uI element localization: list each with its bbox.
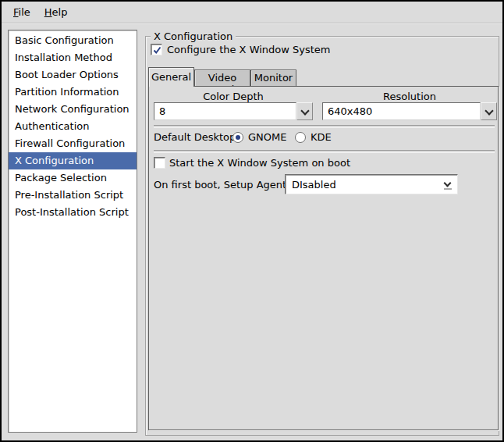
chevron-down-icon	[444, 180, 452, 187]
menu-help[interactable]: Help	[37, 4, 75, 20]
separator	[154, 125, 495, 128]
sidebar-item-x-configuration[interactable]: X Configuration	[9, 152, 137, 169]
sidebar-item-package-selection[interactable]: Package Selection	[9, 169, 137, 187]
sidebar-item-firewall-configuration[interactable]: Firewall Configuration	[9, 135, 137, 152]
kde-radio[interactable]	[295, 132, 306, 143]
tab-general[interactable]: General	[148, 67, 194, 87]
resolution-combo[interactable]: 640x480	[322, 102, 497, 120]
sidebar-item-authentication[interactable]: Authentication	[9, 118, 137, 135]
menu-file[interactable]: File	[6, 4, 37, 20]
sidebar-item-post-installation-script[interactable]: Post-Installation Script	[9, 204, 137, 221]
radio-selected-dot	[236, 135, 240, 140]
resolution-value[interactable]: 640x480	[322, 102, 481, 120]
menu-help-label: Help	[44, 6, 68, 18]
menu-bar: File Help	[2, 2, 502, 23]
general-tab-page: Color Depth Resolution 8 640x480 Default…	[148, 86, 499, 430]
kickstart-configurator-window: File Help Basic Configuration Installati…	[0, 0, 504, 442]
sidebar-item-network-configuration[interactable]: Network Configuration	[9, 101, 137, 118]
setup-agent-combo[interactable]: DIsabled	[285, 174, 458, 194]
gnome-radio-label: GNOME	[248, 131, 286, 144]
kde-radio-label: KDE	[311, 131, 332, 144]
separator	[154, 150, 495, 153]
configure-x-checkbox[interactable]	[151, 44, 162, 55]
chevron-down-icon	[300, 106, 309, 115]
color-depth-value[interactable]: 8	[154, 102, 296, 120]
resolution-label: Resolution	[322, 91, 497, 103]
chevron-down-icon	[484, 106, 493, 115]
sidebar-item-partition-information[interactable]: Partition Information	[9, 84, 137, 101]
color-depth-label: Color Depth	[154, 91, 313, 103]
default-desktop-label: Default Desktop:	[154, 131, 240, 144]
tab-video-card[interactable]: Video Card	[194, 70, 250, 86]
color-depth-dropdown-button[interactable]	[296, 102, 313, 120]
tab-general-label: General	[151, 71, 191, 83]
sidebar-item-installation-method[interactable]: Installation Method	[9, 49, 137, 66]
color-depth-combo[interactable]: 8	[154, 102, 313, 120]
tab-monitor-label: Monitor	[254, 72, 293, 84]
setup-agent-label: On first boot, Setup Agent is:	[154, 179, 301, 191]
resolution-dropdown-button[interactable]	[481, 102, 497, 120]
gnome-radio[interactable]	[232, 132, 243, 143]
sidebar-item-pre-installation-script[interactable]: Pre-Installation Script	[9, 187, 137, 204]
combo-arrow-icon	[443, 180, 453, 191]
tab-monitor[interactable]: Monitor	[250, 70, 296, 86]
checkmark-icon	[152, 45, 162, 55]
sidebar-item-boot-loader-options[interactable]: Boot Loader Options	[9, 66, 137, 84]
sidebar-item-basic-configuration[interactable]: Basic Configuration	[9, 32, 137, 49]
menu-file-label: File	[13, 6, 30, 18]
combo-arrow-underline	[444, 188, 452, 190]
section-list: Basic Configuration Installation Method …	[8, 30, 137, 433]
setup-agent-value: DIsabled	[292, 178, 336, 191]
x-configuration-frame-title: X Configuration	[151, 30, 236, 42]
configure-x-checkbox-label: Configure the X Window System	[167, 44, 331, 56]
start-x-on-boot-checkbox[interactable]	[154, 157, 165, 169]
start-x-on-boot-label: Start the X Window System on boot	[169, 157, 350, 169]
